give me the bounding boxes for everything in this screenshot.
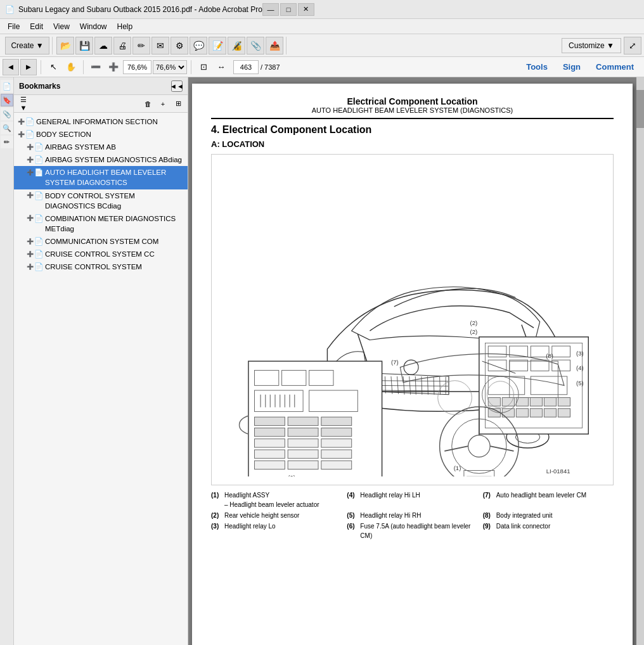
bookmark-body-control[interactable]: ➕ 📄 BODY CONTROL SYSTEM DIAGNOSTICS BCdi… [14,189,188,212]
subsection-title: A: LOCATION [211,139,614,149]
nav-bookmark-btn[interactable]: 🔖 [1,94,13,106]
nav-icon-5[interactable]: ✏ [1,136,13,148]
bookmarks-panel: Bookmarks ◄◄ ☰ ▼ 🗑 + ⊞ ➕ 📄 GENERAL INFOR… [14,77,188,645]
bookmark-airbag-diag[interactable]: ➕ 📄 AIRBAG SYSTEM DIAGNOSTICS ABdiag [14,153,188,166]
create-button[interactable]: Create ▼ [5,37,49,54]
note-button[interactable]: 📝 [209,37,226,54]
bookmark-communication[interactable]: ➕ 📄 COMMUNICATION SYSTEM COM [14,235,188,248]
panel-title: Bookmarks [19,82,60,91]
bookmark-gen-info-icon: 📄 [25,117,34,126]
bookmark-combination[interactable]: ➕ 📄 COMBINATION METER DIAGNOSTICS METdia… [14,212,188,235]
panel-options-button[interactable]: ☰ ▼ [16,97,30,111]
bookmark-airbag-ab-icon: 📄 [34,143,43,151]
bookmark-gen-info-label: GENERAL INFORMATION SECTION [36,117,185,127]
svg-text:(8): (8) [546,352,553,359]
svg-line-13 [377,385,448,386]
panel-delete-button[interactable]: 🗑 [141,97,155,111]
open-button[interactable]: 📂 [56,37,74,54]
zoom-in-button[interactable]: ➕ [105,59,122,75]
speech-button[interactable]: 💬 [190,37,207,54]
nav-icon-1[interactable]: 📄 [1,80,13,93]
expand-button[interactable]: ⤢ [624,37,641,54]
svg-text:(2): (2) [470,319,477,326]
sign-button[interactable]: 🔏 [228,37,245,54]
print-button[interactable]: 🖨 [113,37,131,54]
expand-body-ctrl-icon: ➕ [25,191,34,200]
menu-help[interactable]: Help [112,21,138,32]
page-header-title: Electrical Component Location [211,96,614,106]
section-title: 4. Electrical Component Location [211,124,614,136]
export-button[interactable]: 📤 [266,37,283,54]
svg-rect-35 [488,398,500,406]
customize-button[interactable]: Customize ▼ [562,38,621,53]
expand-cruise-sys-icon: ➕ [25,262,34,271]
menu-file[interactable]: File [3,21,25,32]
svg-rect-80 [321,461,352,469]
page-total: / 7387 [261,63,280,71]
page-header-subtitle: AUTO HEADLIGHT BEAM LEVELER SYSTEM (DIAG… [211,106,614,114]
zoom-select[interactable]: 76,6% 50% 100% [153,60,187,74]
svg-rect-69 [254,428,285,436]
svg-rect-38 [530,398,542,406]
tools-link[interactable]: Tools [518,60,555,74]
svg-rect-74 [321,439,352,447]
svg-rect-23 [479,337,588,434]
expand-comm-icon: ➕ [25,237,34,246]
envelope-button[interactable]: ✉ [151,37,169,54]
legend-3: (3) Headlight relay Lo [211,521,342,540]
sign-link[interactable]: Sign [555,60,588,74]
nav-icon-4[interactable]: 🔍 [1,122,13,134]
main-toolbar: Create ▼ 📂 💾 ☁ 🖨 ✏ ✉ ⚙ 💬 📝 🔏 📎 📤 Customi… [0,34,644,57]
fit-page-button[interactable]: ⊡ [195,59,212,75]
svg-rect-72 [254,439,285,447]
zoom-field[interactable] [123,60,151,74]
pdf-viewer: Electrical Component Location AUTO HEADL… [188,77,636,645]
bookmark-gen-info[interactable]: ➕ 📄 GENERAL INFORMATION SECTION [14,115,188,128]
expand-headlight-icon: ➕ [25,168,34,177]
hand-tool[interactable]: ✋ [63,59,79,75]
svg-text:(5): (5) [576,380,584,386]
expand-cruise-cc-icon: ➕ [25,250,34,259]
maximize-button[interactable]: □ [280,3,297,16]
menu-window[interactable]: Window [75,21,112,32]
zoom-out-button[interactable]: ➖ [87,59,104,75]
save-button[interactable]: 💾 [75,37,93,54]
page-number-input[interactable] [233,60,259,74]
scrollbar-thumb[interactable] [636,90,644,128]
menu-edit[interactable]: Edit [25,21,48,32]
bookmark-cruise-cc[interactable]: ➕ 📄 CRUISE CONTROL SYSTEM CC [14,248,188,260]
svg-rect-43 [516,409,528,417]
bookmark-body-section[interactable]: ➕ 📄 BODY SECTION [14,128,188,141]
fit-width-button[interactable]: ↔ [213,59,229,75]
panel-collapse-button[interactable]: ◄◄ [171,80,183,92]
bookmark-headlight-icon: 📄 [34,168,43,177]
forward-nav-button[interactable]: ► [20,59,37,75]
cursor-tool[interactable]: ↖ [45,59,61,75]
svg-rect-36 [502,398,514,406]
close-button[interactable]: ✕ [298,3,314,16]
bookmarks-list: ➕ 📄 GENERAL INFORMATION SECTION ➕ 📄 BODY… [14,113,188,645]
settings-button[interactable]: ⚙ [171,37,188,54]
svg-text:(6): (6) [288,474,295,476]
bookmark-airbag-ab[interactable]: ➕ 📄 AIRBAG SYSTEM AB [14,141,188,153]
edit-button[interactable]: ✏ [132,37,150,54]
back-nav-button[interactable]: ◄ [3,59,19,75]
nav-icon-3[interactable]: 📎 [1,108,13,120]
panel-expand-button[interactable]: ⊞ [171,97,185,111]
title-bar-text: Subaru Legacy and Subaru Outback 2015 20… [18,5,262,14]
svg-rect-73 [288,439,318,447]
comment-link[interactable]: Comment [588,60,641,74]
menu-view[interactable]: View [48,21,75,32]
main-diagram-svg: (1) [218,161,607,476]
panel-add-button[interactable]: + [156,97,170,111]
scrollbar-track[interactable] [636,77,644,645]
bookmark-auto-headlight[interactable]: ➕ 📄 AUTO HEADLIGHT BEAM LEVELER SYSTEM D… [14,166,188,189]
bookmark-comm-label: COMMUNICATION SYSTEM COM [45,236,185,246]
legend-5: (5) Headlight relay Hi RH [347,511,477,520]
svg-rect-66 [254,417,285,425]
svg-line-87 [490,446,513,451]
cloud-button[interactable]: ☁ [94,37,112,54]
attach-button[interactable]: 📎 [247,37,264,54]
minimize-button[interactable]: — [262,3,279,16]
bookmark-cruise-system[interactable]: ➕ 📄 CRUISE CONTROL SYSTEM [14,260,188,273]
